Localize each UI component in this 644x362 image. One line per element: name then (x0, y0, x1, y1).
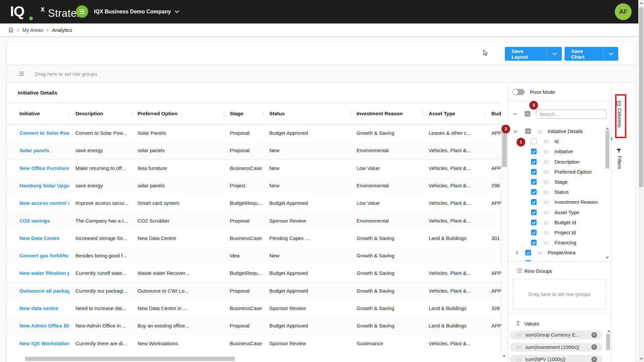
select-all-checkbox[interactable] (525, 111, 530, 117)
drag-grip-icon[interactable] (544, 140, 549, 143)
breadcrumb-analytics[interactable]: Analytics (52, 27, 72, 33)
drag-grip-icon[interactable] (544, 231, 549, 235)
grid-row[interactable]: New Data CentreIncreased storage for...N… (7, 230, 501, 247)
tree-scroll-up-arrow[interactable] (606, 127, 609, 129)
initiative-link[interactable]: CO2 savings (13, 212, 69, 230)
drag-grip-icon[interactable] (544, 170, 549, 174)
save-chart-dropdown[interactable] (603, 53, 618, 55)
checkbox-investment-reason[interactable] (531, 199, 537, 205)
initiative-link[interactable]: Outsource all packaging (13, 282, 69, 300)
row-group-drop-bar[interactable]: Drag here to set row groups (7, 65, 636, 83)
checkbox-preferred-option[interactable] (531, 169, 537, 175)
column-tree-item-budget-id[interactable]: Budget Id (507, 218, 605, 228)
checkbox-initiative-details[interactable] (525, 128, 531, 134)
collapse-all-button[interactable] (513, 112, 517, 116)
column-header-stage[interactable]: Stage (224, 103, 263, 124)
user-avatar[interactable]: AF (615, 3, 632, 20)
tree-scrollbar-thumb[interactable] (605, 130, 609, 169)
initiative-link[interactable]: New Office Furniture (13, 160, 69, 177)
drag-grip-icon[interactable] (544, 190, 549, 194)
tab-filters[interactable]: Filters (612, 148, 636, 169)
initiative-link[interactable]: Solar panels (13, 142, 69, 159)
column-header-status[interactable]: Status (263, 103, 351, 124)
drag-grip-icon[interactable] (544, 160, 549, 164)
home-icon[interactable] (8, 27, 14, 33)
initiative-link[interactable]: Hamburg Solar Upgrade (13, 177, 69, 194)
drag-grip-icon[interactable] (517, 333, 522, 337)
grid-row[interactable]: New water filtration plaCurrently runoff… (7, 264, 501, 282)
value-pill-sum-npv-1000s[interactable]: sum(NPV (1000s))✕ (510, 355, 602, 362)
initiative-link[interactable]: New data centre (13, 300, 69, 317)
drag-grip-icon[interactable] (544, 221, 549, 225)
grid-vertical-scrollbar[interactable] (501, 124, 507, 355)
drag-grip-icon[interactable] (544, 200, 549, 204)
grid-row[interactable]: New Office FurnitureMake returning to of… (7, 160, 501, 177)
column-header-initiative[interactable]: Initiative (13, 103, 69, 124)
grid-row[interactable]: Solar panelssave energysolar panelsPropo… (7, 142, 501, 160)
column-search-input[interactable] (536, 110, 606, 119)
checkbox-asset-type[interactable] (531, 209, 537, 215)
drag-grip-icon[interactable] (544, 180, 549, 184)
breadcrumb-my-areas[interactable]: My Areas (22, 27, 44, 33)
column-tree-item-investment-reason[interactable]: Investment Reason (507, 197, 605, 207)
column-tree-item-initiative[interactable]: Initiative (507, 146, 605, 157)
row-groups-drop-zone[interactable]: Drag here to set row groups (513, 279, 606, 309)
column-tree-item-asset-type[interactable]: Asset Type (507, 207, 605, 218)
save-chart-button[interactable]: Save Chart (565, 47, 618, 61)
drag-grip-icon[interactable] (544, 241, 549, 245)
initiative-link[interactable]: Convert gas forklifts to s (13, 247, 69, 264)
grid-row[interactable]: New Admin Office BlockNew Admin Office i… (7, 317, 501, 335)
grid-row[interactable]: Convert gas forklifts to sBesides being … (7, 247, 501, 265)
column-tree-item-stage[interactable]: Stage (507, 177, 605, 187)
checkbox-id[interactable] (531, 138, 537, 144)
values-scroll-up-arrow[interactable] (607, 330, 610, 332)
column-tree-item-project-id[interactable]: Project Id (507, 228, 605, 238)
page-scrollbar-thumb[interactable] (639, 7, 643, 187)
tree-scroll-down-arrow[interactable] (606, 257, 609, 259)
checkbox-budget-id[interactable] (531, 220, 537, 225)
chevron-down-icon[interactable] (514, 129, 517, 132)
grid-scroll-down-arrow[interactable] (502, 355, 506, 357)
chevron-right-icon[interactable] (514, 251, 518, 254)
drag-grip-icon[interactable] (544, 211, 549, 215)
initiative-link[interactable]: New IQX Workstation (13, 335, 69, 352)
initiative-link[interactable]: New Admin Office Block (13, 317, 69, 335)
initiative-link[interactable]: New water filtration pla (13, 264, 69, 282)
grid-row[interactable]: Outsource all packagingCurrently our pac… (7, 282, 501, 300)
value-pill-sum-investment-1000s[interactable]: sum(Investment (1000s))✕ (510, 343, 602, 352)
column-tree-item-status[interactable]: Status (507, 187, 605, 197)
hamburger-menu-button[interactable] (76, 5, 88, 18)
grid-row[interactable]: Convert to Solar PowerConvert to Solar P… (7, 124, 501, 142)
column-header-budge[interactable]: Budge (485, 103, 501, 124)
save-layout-dropdown[interactable] (547, 53, 562, 55)
value-pill-sum-group-currency-e[interactable]: sum(Group Currency E...✕ (510, 330, 602, 339)
grid-horizontal-scrollbar-thumb[interactable] (25, 357, 235, 361)
close-icon[interactable]: ✕ (591, 332, 597, 338)
close-icon[interactable]: ✕ (591, 357, 597, 362)
column-tree-item-preferred-option[interactable]: Preferred Option (507, 167, 605, 177)
drag-grip-icon[interactable] (538, 251, 543, 255)
page-scroll-up-arrow[interactable] (640, 2, 643, 4)
company-selector[interactable]: IQX Business Demo Company (94, 0, 178, 23)
save-layout-button[interactable]: Save Layout (505, 47, 562, 61)
grid-row[interactable]: New access control systImprove access se… (7, 194, 501, 212)
drag-grip-icon[interactable] (517, 346, 522, 349)
checkbox-project-id[interactable] (531, 230, 537, 235)
checkbox-people-area[interactable] (525, 250, 531, 255)
column-header-investment-reason[interactable]: Investment Reason (351, 103, 423, 124)
page-scroll-down-arrow[interactable] (640, 358, 643, 360)
checkbox-initiative[interactable] (531, 148, 537, 154)
grid-row[interactable]: New IQX WorkstationCurrently there are d… (7, 335, 501, 352)
column-tree-item-partial[interactable] (507, 258, 605, 261)
checkbox-financing[interactable] (531, 240, 537, 245)
values-scrollbar-thumb[interactable] (606, 334, 610, 350)
checkbox-description[interactable] (531, 159, 537, 165)
drag-grip-icon[interactable] (538, 130, 543, 133)
column-header-asset-type[interactable]: Asset Type (423, 103, 485, 124)
close-icon[interactable]: ✕ (591, 344, 597, 350)
column-header-description[interactable]: Description (69, 103, 131, 124)
initiative-link[interactable]: Convert to Solar Power (13, 124, 69, 142)
column-tree-item-people-area[interactable]: People/Area (507, 248, 605, 258)
initiative-link[interactable]: New access control syst (13, 194, 69, 212)
checkbox-stage[interactable] (531, 179, 537, 185)
